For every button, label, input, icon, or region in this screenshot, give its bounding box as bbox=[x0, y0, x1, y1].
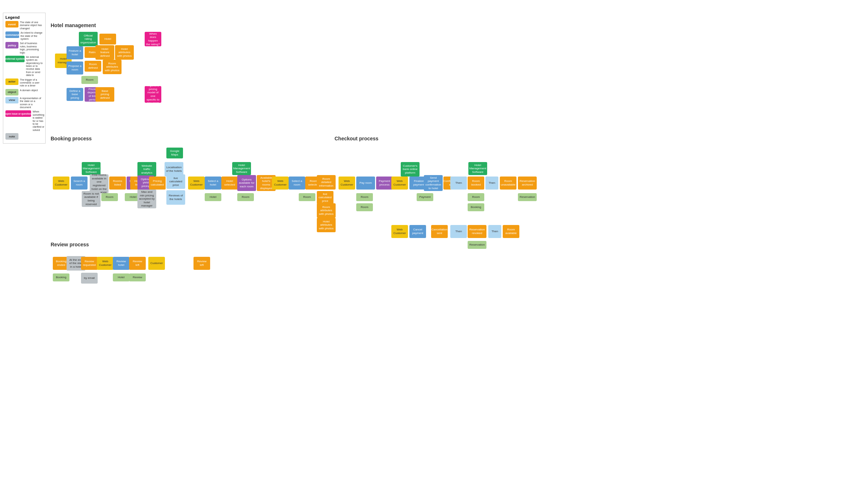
legend-title: Legend bbox=[5, 15, 43, 20]
view-desc: A representation of the state on a scree… bbox=[20, 97, 43, 109]
max-min-pricing-note: Max and min pricing accepted by hotel ma… bbox=[137, 190, 156, 208]
room-not-available-note: Room is not available if being reserved bbox=[82, 191, 101, 207]
view-badge: view bbox=[5, 97, 18, 103]
define-base-pricing: Define a base pricing bbox=[67, 88, 83, 101]
web-customer-actor-2: Web Customer bbox=[188, 177, 205, 190]
legend-policy: policy Set of business rules, business l… bbox=[5, 42, 43, 54]
find-rooms-note: Find rooms available in one registered h… bbox=[90, 174, 109, 193]
booking-object: Booking bbox=[468, 203, 484, 211]
send-payment-confirm: Send payment confirmation to hotel bbox=[424, 175, 443, 191]
legend-command: command An intent to change the state of… bbox=[5, 31, 43, 41]
room-attr-photos-2: Room attributes with photos bbox=[317, 203, 336, 218]
hotel-selected-event: Hotel selected bbox=[221, 177, 238, 190]
object-desc: A domain object bbox=[20, 89, 38, 92]
booking-object-review: Booking bbox=[53, 273, 69, 281]
room-object-3: Room bbox=[299, 193, 315, 201]
rooms-listed-event: Rooms listed bbox=[109, 177, 126, 190]
legend-actor: actor The trigger of a command: a user r… bbox=[5, 78, 43, 88]
hotel-management-title: Hotel management bbox=[51, 22, 96, 28]
legend-object: object A domain object bbox=[5, 89, 43, 95]
legend-external: external system An external system as de… bbox=[5, 56, 43, 77]
reviews-hotels-view: Reviews of the hotels bbox=[166, 190, 185, 205]
room-object-checkout-3: Room bbox=[356, 203, 373, 211]
official-rating-org: Official rating organization bbox=[79, 32, 98, 46]
review-requested-event: Review requested bbox=[81, 257, 98, 270]
web-customer-actor-4: Web Customer bbox=[339, 177, 355, 190]
room-available-event: Room available bbox=[503, 225, 519, 238]
reservation-object-2: Reservation bbox=[518, 193, 537, 201]
then-4: Then bbox=[488, 225, 501, 238]
legend-view: view A representation of the state on a … bbox=[5, 97, 43, 109]
actor-desc: The trigger of a command: a user role or… bbox=[20, 78, 43, 88]
review-left-event-2: Review left bbox=[193, 257, 210, 270]
pay-room-cmd: Pay room bbox=[356, 177, 375, 190]
web-customer-actor-5: Web Customer bbox=[391, 177, 408, 190]
room-object: Room bbox=[81, 76, 98, 84]
open-issue-badge: open issue or question bbox=[5, 110, 31, 117]
booking-process-title: Booking process bbox=[51, 136, 92, 141]
room-object-checkout-2: Room bbox=[356, 193, 373, 201]
options-for-room: Options available for each room bbox=[237, 175, 256, 191]
room-detail-info: Room detailed information bbox=[317, 175, 336, 190]
review-object: Review bbox=[129, 273, 146, 281]
policy-badge: policy bbox=[5, 42, 18, 48]
reservation-object-cancel: Reservation bbox=[468, 241, 486, 249]
generic-pricing-model: A generic pricing model of one specific … bbox=[145, 86, 161, 103]
room-booked-event: Room booked bbox=[468, 177, 484, 190]
propose-room-cmd: Propose a room bbox=[67, 61, 83, 75]
payment-object: Payment bbox=[417, 193, 433, 201]
reservation-archived-event: Reservation archived bbox=[518, 177, 537, 190]
hotel-event-1: Hotel bbox=[99, 34, 116, 44]
live-calc-price-2: live calculated price bbox=[317, 191, 333, 204]
review-hotel-cmd: Review hotel bbox=[113, 257, 129, 270]
note-badge: note bbox=[5, 133, 18, 140]
event-desc: The state of one domaine object has chan… bbox=[20, 21, 43, 30]
then-1: Then bbox=[450, 177, 467, 190]
legend: Legend event The state of one domaine ob… bbox=[3, 13, 46, 144]
review-process-title: Review process bbox=[51, 242, 89, 247]
room-object-checkout: Room bbox=[468, 193, 484, 201]
website-traffic-analytics: Website traffic analytics bbox=[137, 162, 156, 177]
legend-open-issue: open issue or question When something is… bbox=[5, 110, 43, 132]
event-badge: event bbox=[5, 21, 18, 27]
room-object-booking: Room bbox=[237, 193, 254, 201]
open-issue-desc: When something is waited for or has to b… bbox=[33, 110, 44, 132]
room-unavailable-event: Room unavailable bbox=[500, 177, 516, 190]
pricing-calculated: Pricing calculated bbox=[149, 177, 166, 190]
reservation-revoked-event: Reservation revoked bbox=[468, 225, 486, 238]
hotel-attr-photos: Hotel attributes with photos bbox=[115, 45, 134, 60]
customers-bank: Customer's bank online platform bbox=[401, 162, 420, 177]
hotel-object-1: Hotel bbox=[205, 193, 221, 201]
room-defined-event: Room defined bbox=[85, 61, 101, 72]
actor-badge: actor bbox=[5, 78, 18, 85]
legend-note: note bbox=[5, 133, 43, 140]
external-desc: An external system as dependency to list… bbox=[26, 56, 43, 77]
command-badge: command bbox=[5, 31, 19, 38]
payment-process: Payment process bbox=[376, 177, 393, 190]
select-room-cmd: Select a room bbox=[289, 177, 305, 190]
web-customer-actor-3: Web Customer bbox=[272, 177, 289, 190]
hotel-feature-defined: Hotel feature defined bbox=[95, 45, 114, 60]
legend-event: event The state of one domaine object ha… bbox=[5, 21, 43, 30]
cancellation-sent-event: Cancellation sent bbox=[431, 225, 448, 238]
room-object-2: Room bbox=[101, 193, 118, 201]
web-customer-actor-1: Web Customer bbox=[53, 177, 69, 190]
base-pricing-defined: Base pricing defined bbox=[95, 87, 114, 102]
when-rating-happens: When does happen the rating? bbox=[145, 32, 161, 46]
command-desc: An intent to change the state of the sys… bbox=[21, 31, 43, 41]
object-badge: object bbox=[5, 89, 18, 95]
cancel-payment-cmd: Cancel payment bbox=[409, 225, 426, 238]
hotel-attr-photos-2: Hotel attributes with photos bbox=[317, 218, 336, 232]
search-room-cmd: Search a room bbox=[71, 177, 88, 190]
select-hotel-cmd: Select a hotel bbox=[205, 177, 221, 190]
hms-checkout: Hotel Management Software bbox=[468, 162, 487, 175]
live-calculated-price-view: live calculated price bbox=[166, 174, 185, 189]
checkout-process-title: Checkout process bbox=[335, 136, 378, 141]
web-customer-review: Web Customer bbox=[97, 257, 114, 270]
then-3: Then bbox=[450, 225, 467, 238]
then-2: Then bbox=[485, 177, 498, 190]
policy-desc: Set of business rules, business logic, p… bbox=[20, 42, 43, 54]
by-email-note: by email bbox=[81, 273, 98, 284]
feature-hotel-cmd: Feature a hotel bbox=[67, 46, 83, 59]
google-maps: Google Maps bbox=[166, 148, 183, 158]
